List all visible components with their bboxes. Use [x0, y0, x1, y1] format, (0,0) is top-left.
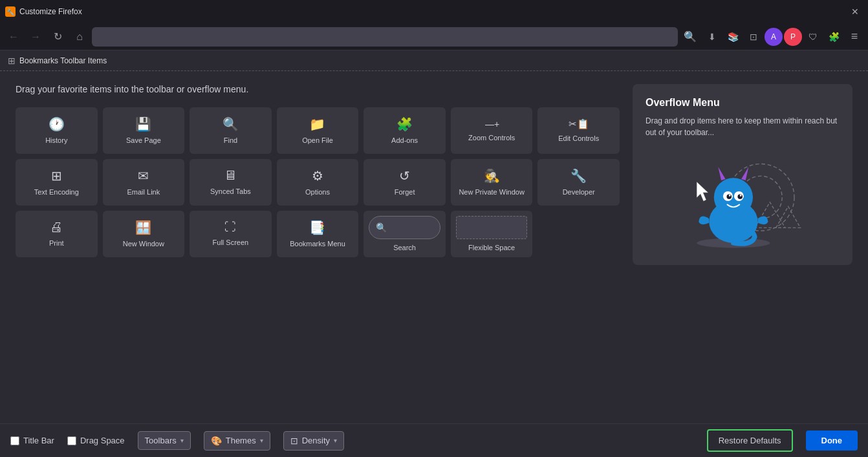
restore-defaults-button[interactable]: Restore Defaults: [707, 429, 793, 452]
density-icon: ⊡: [290, 436, 298, 446]
menu-button[interactable]: ≡: [845, 27, 864, 47]
forward-button[interactable]: →: [26, 27, 45, 47]
search-item[interactable]: 🔍 Search: [363, 211, 446, 257]
window-title: Customize Firefox: [19, 7, 843, 16]
list-item[interactable]: 🖨 Print: [16, 211, 98, 257]
back-button[interactable]: ←: [4, 27, 23, 47]
svg-marker-7: [718, 167, 725, 180]
done-button[interactable]: Done: [806, 430, 858, 451]
toolbars-label: Toolbars: [145, 436, 177, 445]
themes-label: Themes: [226, 436, 256, 445]
app-icon: 🔧: [5, 6, 16, 17]
close-button[interactable]: ✕: [847, 4, 863, 19]
list-item[interactable]: 🧩 Add-ons: [363, 107, 446, 154]
toolbar-items-grid: 🕐 History 💾 Save Page 🔍 Find 📁 Open File…: [16, 107, 620, 257]
history-label: History: [45, 136, 67, 145]
list-item[interactable]: 🕵 New Private Window: [451, 159, 533, 206]
open-file-label: Open File: [302, 136, 333, 145]
list-item[interactable]: 🔍 Find: [190, 107, 272, 154]
home-button[interactable]: ⌂: [70, 27, 89, 47]
list-item[interactable]: 📁 Open File: [277, 107, 359, 154]
forget-icon: ↺: [399, 168, 410, 184]
options-label: Options: [305, 187, 330, 197]
bookmarks-menu-label: Bookmarks Menu: [290, 239, 345, 248]
browser-toolbar: ← → ↻ ⌂ 🔍 ⬇ 📚 ⊡ A P 🛡 🧩 ≡: [0, 23, 868, 50]
email-link-icon: ✉: [138, 168, 149, 184]
text-encoding-label: Text Encoding: [34, 187, 79, 197]
account-icon[interactable]: A: [765, 28, 783, 46]
list-item[interactable]: ✉ Email Link: [103, 159, 185, 206]
search-toolbar-button[interactable]: 🔍: [680, 27, 700, 47]
bookmarks-bar-icon: ⊞: [8, 56, 16, 66]
density-dropdown-arrow: ▾: [334, 437, 337, 444]
list-item[interactable]: ⛶ Full Screen: [190, 211, 272, 257]
toolbar-right-icons: ⬇ 📚 ⊡ A P 🛡 🧩 ≡: [702, 27, 864, 47]
themes-dropdown-arrow: ▾: [260, 437, 263, 444]
title-bar-checkbox-label[interactable]: Title Bar: [10, 436, 54, 445]
developer-icon: 🔧: [570, 168, 587, 184]
toolbars-dropdown[interactable]: Toolbars ▾: [138, 431, 191, 450]
list-item[interactable]: 💾 Save Page: [103, 107, 185, 154]
list-item[interactable]: 🪟 New Window: [103, 211, 185, 257]
options-icon: ⚙: [312, 168, 323, 184]
drag-space-checkbox-label[interactable]: Drag Space: [67, 436, 125, 445]
full-screen-label: Full Screen: [213, 238, 249, 247]
print-label: Print: [49, 239, 64, 248]
extension-icon[interactable]: 🧩: [824, 27, 843, 47]
zoom-controls-icon: — +: [485, 119, 498, 129]
addons-icon: 🧩: [396, 116, 413, 132]
downloads-icon[interactable]: ⬇: [702, 27, 722, 47]
drag-space-checkbox[interactable]: [67, 436, 76, 445]
list-item[interactable]: 🔧 Developer: [537, 159, 620, 206]
edit-controls-icon: ✂📋: [569, 118, 589, 130]
density-dropdown[interactable]: ⊡ Density ▾: [283, 431, 344, 451]
bookmarks-toolbar-bar: ⊞ Bookmarks Toolbar Items: [0, 50, 868, 71]
svg-point-13: [729, 195, 731, 197]
pocket-icon[interactable]: P: [784, 28, 802, 46]
overflow-desc: Drag and drop items here to keep them wi…: [646, 115, 840, 138]
reload-button[interactable]: ↻: [48, 27, 67, 47]
addons-label: Add-ons: [391, 136, 418, 145]
list-item[interactable]: 🕐 History: [16, 107, 98, 154]
synced-tabs-icon: 🖥: [224, 168, 237, 183]
flexible-space-item[interactable]: Flexible Space: [451, 211, 533, 257]
title-bar-label: Title Bar: [23, 436, 54, 445]
reader-view-icon[interactable]: ⊡: [744, 27, 763, 47]
list-item[interactable]: — + Zoom Controls: [451, 107, 533, 154]
new-window-icon: 🪟: [135, 220, 151, 235]
svg-marker-8: [741, 167, 748, 180]
title-bar-checkbox[interactable]: [10, 436, 19, 445]
footer: Title Bar Drag Space Toolbars ▾ 🎨 Themes…: [0, 423, 868, 457]
firefox-monster-svg: [678, 149, 807, 252]
list-item[interactable]: ⊞ Text Encoding: [16, 159, 98, 206]
print-icon: 🖨: [50, 220, 63, 235]
reading-list-icon[interactable]: 📚: [723, 27, 743, 47]
overflow-illustration: [646, 149, 840, 252]
zoom-controls-label: Zoom Controls: [468, 133, 515, 142]
overflow-title: Overflow Menu: [646, 97, 840, 109]
bookmarks-bar-label: Bookmarks Toolbar Items: [19, 56, 107, 65]
synced-tabs-label: Synced Tabs: [210, 187, 251, 196]
open-file-icon: 📁: [309, 116, 325, 132]
density-label: Density: [302, 436, 330, 445]
list-item[interactable]: ⚙ Options: [277, 159, 359, 206]
svg-point-6: [714, 178, 753, 217]
url-bar[interactable]: [92, 27, 678, 47]
new-private-window-icon: 🕵: [484, 168, 500, 184]
text-encoding-icon: ⊞: [51, 168, 62, 184]
flexible-space-preview: [456, 216, 528, 239]
list-item[interactable]: 📑 Bookmarks Menu: [277, 211, 359, 257]
drag-space-label: Drag Space: [80, 436, 125, 445]
new-private-window-label: New Private Window: [459, 187, 524, 197]
list-item[interactable]: 🖥 Synced Tabs: [190, 159, 272, 206]
flexible-space-label: Flexible Space: [468, 243, 515, 252]
customize-area: Drag your favorite items into the toolba…: [16, 84, 620, 423]
history-icon: 🕐: [49, 116, 65, 132]
list-item[interactable]: ✂📋 Edit Controls: [537, 107, 620, 154]
title-bar: 🔧 Customize Firefox ✕: [0, 0, 868, 23]
new-window-label: New Window: [123, 239, 164, 248]
themes-dropdown[interactable]: 🎨 Themes ▾: [204, 431, 270, 451]
shield-icon[interactable]: 🛡: [803, 27, 823, 47]
overflow-panel: Overflow Menu Drag and drop items here t…: [633, 84, 852, 265]
list-item[interactable]: ↺ Forget: [363, 159, 446, 206]
